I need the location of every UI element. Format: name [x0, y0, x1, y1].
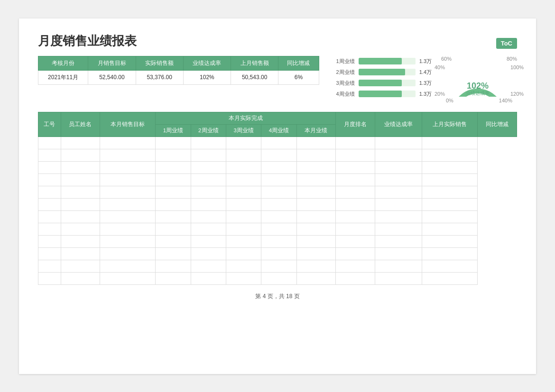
- summary-cell-month: 2021年11月: [38, 70, 88, 84]
- bar-row-2: 2周业绩 1.4万: [333, 69, 432, 76]
- gauge-container: 102% 业绩达成率: [447, 63, 509, 97]
- gauge-section: 60% 80% 40% 20%: [441, 56, 517, 103]
- summary-area: 考核月份 月销售目标 实际销售额 业绩达成率 上月销售额 同比增减 2021年1…: [38, 56, 517, 103]
- summary-cell-target: 52,540.00: [88, 70, 136, 84]
- gauge-center-text: 102% 业绩达成率: [466, 82, 490, 96]
- summary-col-6: 同比增减: [278, 56, 319, 70]
- table-row: [38, 161, 517, 173]
- gauge-sub-label: 业绩达成率: [466, 91, 490, 96]
- gauge-label-0: 0%: [446, 98, 453, 103]
- table-row: [38, 198, 517, 210]
- detail-sub-week3: 3周业绩: [226, 124, 261, 137]
- page: ToC 月度销售业绩报表 考核月份 月销售目标 实际销售额 业绩达成率 上月销售…: [19, 18, 536, 374]
- bar-label-3: 3周业绩: [333, 80, 355, 87]
- bar-chart-section: 1周业绩 1.3万 2周业绩 1.4万 3周业绩 1.3万 4周业绩 1.3万: [333, 56, 432, 98]
- bar-track-2: [359, 69, 416, 75]
- bar-label-2: 2周业绩: [333, 69, 355, 76]
- bar-row-1: 1周业绩 1.3万: [333, 58, 432, 65]
- table-row: [38, 260, 517, 272]
- page-title: 月度销售业绩报表: [38, 33, 517, 49]
- summary-cell-yoy: 6%: [278, 70, 319, 84]
- table-row: [38, 247, 517, 260]
- summary-table-wrap: 考核月份 月销售目标 实际销售额 业绩达成率 上月销售额 同比增减 2021年1…: [38, 56, 319, 103]
- toc-badge: ToC: [496, 38, 517, 49]
- gauge-label-100: 100%: [510, 64, 524, 70]
- detail-sub-week2: 2周业绩: [191, 124, 226, 137]
- bar-fill-1: [359, 58, 402, 64]
- detail-table: 工号 员工姓名 本月销售目标 本月实际完成 月度排名 业绩达成率 上月实际销售 …: [38, 112, 517, 285]
- detail-span-header: 本月实际完成: [156, 112, 336, 124]
- bar-row-3: 3周业绩 1.3万: [333, 80, 432, 87]
- bar-value-3: 1.3万: [419, 80, 432, 87]
- summary-col-5: 上月销售额: [231, 56, 278, 70]
- bar-row-4: 4周业绩 1.3万: [333, 91, 432, 98]
- bar-label-1: 1周业绩: [333, 58, 355, 65]
- gauge-label-120: 120%: [510, 91, 524, 97]
- summary-cell-actual: 53,376.00: [136, 70, 183, 84]
- bar-fill-4: [359, 91, 402, 97]
- table-row: [38, 210, 517, 223]
- detail-col-target: 本月销售目标: [100, 112, 156, 137]
- gauge-label-140: 140%: [499, 98, 512, 103]
- table-row: [38, 149, 517, 161]
- bar-track-3: [359, 80, 416, 86]
- gauge-label-80: 80%: [507, 56, 517, 62]
- detail-sub-month: 本月业绩: [296, 124, 335, 137]
- summary-col-2: 月销售目标: [88, 56, 136, 70]
- summary-table: 考核月份 月销售目标 实际销售额 业绩达成率 上月销售额 同比增减 2021年1…: [38, 56, 319, 85]
- summary-cell-last: 50,543.00: [231, 70, 278, 84]
- detail-col-id: 工号: [38, 112, 61, 137]
- bar-value-4: 1.3万: [419, 91, 432, 98]
- bar-value-2: 1.4万: [419, 69, 432, 76]
- detail-sub-week1: 1周业绩: [156, 124, 191, 137]
- footer-text: 第 4 页，共 18 页: [38, 292, 517, 301]
- table-row: [38, 137, 517, 149]
- summary-col-1: 考核月份: [38, 56, 88, 70]
- summary-cell-rate: 102%: [183, 70, 231, 84]
- bar-label-4: 4周业绩: [333, 91, 355, 98]
- table-row: [38, 235, 517, 247]
- detail-sub-week4: 4周业绩: [261, 124, 296, 137]
- summary-col-4: 业绩达成率: [183, 56, 231, 70]
- gauge-label-60: 60%: [441, 56, 452, 62]
- table-row: [38, 186, 517, 198]
- bar-fill-3: [359, 80, 402, 86]
- bar-track-4: [359, 91, 416, 97]
- detail-col-last: 上月实际销售: [422, 112, 478, 137]
- gauge-label-40: 40%: [435, 64, 445, 70]
- table-row: [38, 173, 517, 186]
- table-row: [38, 223, 517, 235]
- gauge-percent: 102%: [466, 82, 490, 91]
- detail-col-rate: 业绩达成率: [375, 112, 422, 137]
- table-row: [38, 272, 517, 284]
- bar-track-1: [359, 58, 416, 64]
- gauge-labels-top: 60% 80%: [441, 56, 517, 62]
- detail-col-name: 员工姓名: [61, 112, 100, 137]
- right-panel: 1周业绩 1.3万 2周业绩 1.4万 3周业绩 1.3万 4周业绩 1.3万 …: [333, 56, 517, 103]
- detail-col-rank: 月度排名: [336, 112, 375, 137]
- detail-col-yoy: 同比增减: [478, 112, 517, 137]
- bar-value-1: 1.3万: [419, 58, 432, 65]
- bar-fill-2: [359, 69, 405, 75]
- gauge-label-20: 20%: [435, 91, 445, 97]
- summary-col-3: 实际销售额: [136, 56, 183, 70]
